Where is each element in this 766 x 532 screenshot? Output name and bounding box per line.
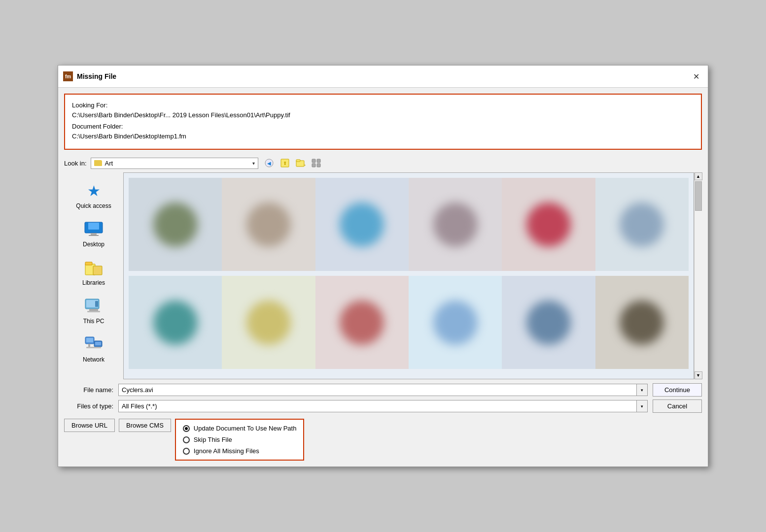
thumbnail-12[interactable]: [595, 276, 689, 369]
thumbnail-10[interactable]: [409, 276, 502, 369]
radio-ignore-all-indicator: [183, 448, 190, 455]
sidebar-label-network: Network: [83, 356, 104, 363]
file-name-dropdown-btn[interactable]: ▾: [637, 384, 648, 396]
looking-for-value: C:\Users\Barb Binder\Desktop\Fr... 2019 …: [72, 111, 290, 119]
sidebar-label-quick-access: Quick access: [76, 202, 111, 209]
document-folder-row: Document Folder: C:\Users\Barb Binder\De…: [72, 122, 694, 141]
scroll-down-arrow[interactable]: ▼: [695, 371, 702, 379]
sidebar-item-libraries[interactable]: Libraries: [64, 253, 123, 291]
thumbnail-7[interactable]: [129, 276, 222, 369]
new-folder-button[interactable]: +: [294, 157, 308, 169]
files-type-dropdown-btn[interactable]: ▾: [637, 400, 648, 412]
file-name-input[interactable]: [118, 384, 637, 396]
thumbnail-11[interactable]: [502, 276, 595, 369]
browse-cms-button[interactable]: Browse CMS: [119, 419, 171, 432]
radio-skip-file-indicator: [183, 436, 190, 443]
file-browser[interactable]: [123, 172, 694, 379]
file-name-label: File name:: [64, 386, 113, 394]
bottom-row: Browse URL Browse CMS Update Document To…: [58, 417, 708, 466]
svg-rect-10: [317, 164, 320, 167]
scroll-up-arrow[interactable]: ▲: [695, 172, 702, 180]
svg-rect-22: [87, 311, 100, 312]
app-icon: fm: [63, 71, 73, 81]
bottom-controls: File name: ▾ Continue Files of type: ▾ C…: [58, 379, 708, 417]
files-of-type-combo: ▾: [118, 400, 648, 412]
svg-rect-29: [86, 347, 101, 348]
svg-rect-8: [317, 159, 320, 163]
files-of-type-label: Files of type:: [64, 402, 113, 410]
toolbar-icons: ◀ ⬆ + ▾: [262, 157, 323, 169]
radio-ignore-all-label: Ignore All Missing Files: [194, 447, 259, 455]
svg-rect-27: [95, 342, 101, 345]
svg-rect-14: [91, 233, 97, 235]
sidebar-item-network[interactable]: Network: [64, 330, 123, 367]
toolbar-row: Look in: Art ▾ ◀ ⬆ + ▾: [58, 154, 708, 172]
views-button[interactable]: ▾: [310, 157, 323, 169]
svg-rect-13: [88, 223, 99, 230]
svg-rect-21: [89, 309, 98, 311]
back-button[interactable]: ◀: [262, 157, 276, 169]
radio-skip-file-label: Skip This File: [194, 436, 232, 443]
sidebar-item-this-pc[interactable]: This PC: [64, 292, 123, 329]
folder-icon: [94, 160, 102, 166]
radio-group: Update Document To Use New Path Skip Thi…: [175, 419, 305, 461]
svg-text:◀: ◀: [267, 161, 271, 166]
svg-rect-28: [88, 344, 90, 347]
quick-access-icon: ★: [84, 181, 104, 200]
svg-rect-15: [89, 235, 99, 236]
radio-update-path-label: Update Document To Use New Path: [194, 425, 297, 432]
cancel-button[interactable]: Cancel: [653, 399, 702, 413]
thumbnail-1[interactable]: [129, 178, 222, 271]
svg-rect-23: [95, 301, 98, 307]
thumbnail-8[interactable]: [222, 276, 315, 369]
browse-url-button[interactable]: Browse URL: [64, 419, 115, 432]
looking-for-row: Looking For: C:\Users\Barb Binder\Deskto…: [72, 100, 694, 120]
title-bar: fm Missing File ✕: [58, 66, 708, 88]
up-button[interactable]: ⬆: [278, 157, 292, 169]
browser-with-scrollbar: ▲ ▼: [123, 172, 702, 379]
libraries-icon: [84, 258, 104, 277]
radio-update-path[interactable]: Update Document To Use New Path: [183, 425, 297, 432]
missing-file-dialog: fm Missing File ✕ Looking For: C:\Users\…: [58, 65, 708, 467]
svg-rect-25: [86, 338, 93, 342]
sidebar-label-desktop: Desktop: [83, 241, 104, 248]
svg-text:+: +: [304, 163, 306, 167]
files-of-type-row: Files of type: ▾ Cancel: [64, 399, 702, 413]
thumbnail-9[interactable]: [315, 276, 409, 369]
document-folder-value: C:\Users\Barb Binder\Desktop\temp1.fm: [72, 133, 186, 140]
main-content: ★ Quick access Desktop: [58, 172, 708, 379]
looking-for-label: Looking For:: [72, 101, 107, 109]
sidebar: ★ Quick access Desktop: [64, 172, 123, 379]
look-in-dropdown[interactable]: Art ▾: [91, 158, 258, 169]
thumbnail-6[interactable]: [595, 178, 689, 271]
thumbnail-3[interactable]: [315, 178, 409, 271]
radio-update-path-indicator: [183, 425, 190, 432]
sidebar-item-quick-access[interactable]: ★ Quick access: [64, 176, 123, 214]
dialog-title: Missing File: [77, 72, 116, 80]
sidebar-item-desktop[interactable]: Desktop: [64, 215, 123, 252]
look-in-label: Look in:: [64, 160, 87, 167]
sidebar-label-libraries: Libraries: [82, 279, 105, 286]
svg-rect-5: [296, 160, 300, 162]
svg-text:⬆: ⬆: [283, 161, 287, 166]
file-name-row: File name: ▾ Continue: [64, 383, 702, 397]
look-in-value: Art: [105, 160, 249, 167]
file-thumbnails-grid: [124, 173, 694, 379]
info-panel: Looking For: C:\Users\Barb Binder\Deskto…: [64, 94, 702, 150]
thumbnail-2[interactable]: [222, 178, 315, 271]
radio-skip-file[interactable]: Skip This File: [183, 436, 297, 443]
radio-ignore-all[interactable]: Ignore All Missing Files: [183, 447, 297, 455]
title-bar-left: fm Missing File: [63, 71, 116, 81]
close-button[interactable]: ✕: [689, 69, 703, 83]
svg-rect-18: [93, 266, 102, 275]
vertical-scrollbar[interactable]: ▲ ▼: [694, 172, 702, 379]
svg-rect-9: [312, 164, 315, 167]
scroll-thumb[interactable]: [695, 181, 702, 211]
files-of-type-input[interactable]: [118, 400, 637, 412]
thumbnail-4[interactable]: [409, 178, 502, 271]
this-pc-icon: [84, 296, 104, 316]
continue-button[interactable]: Continue: [653, 383, 702, 397]
file-name-input-combo: ▾: [118, 384, 648, 396]
thumbnail-5[interactable]: [502, 178, 595, 271]
file-browser-container: ▲ ▼: [123, 172, 702, 379]
